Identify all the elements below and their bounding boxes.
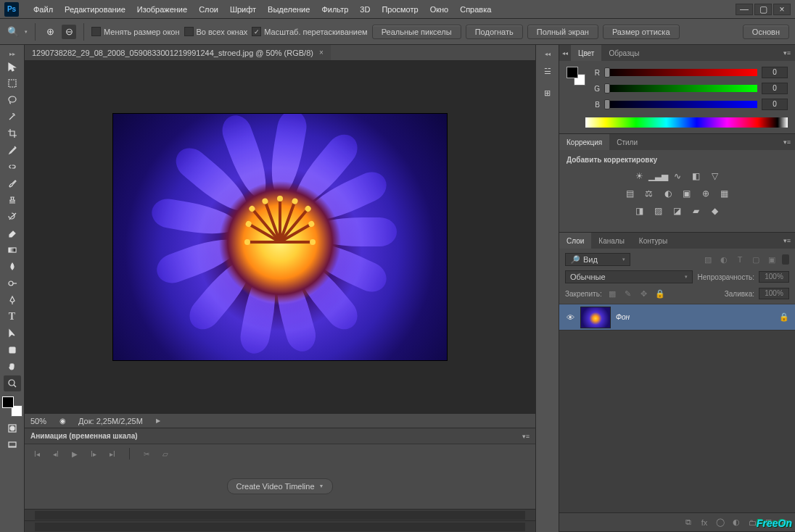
window-maximize[interactable]: ▢ [754, 4, 772, 15]
hue-icon[interactable]: ▤ [623, 187, 638, 200]
window-minimize[interactable]: — [736, 4, 753, 15]
selcolor-icon[interactable]: ◆ [708, 204, 722, 217]
panel-menu-icon[interactable]: ▾≡ [779, 138, 795, 146]
crop-tool[interactable] [4, 125, 21, 141]
menu-select[interactable]: Выделение [262, 5, 316, 14]
palette-expand-icon[interactable]: ▸▸ [0, 49, 24, 58]
color-spectrum[interactable] [585, 117, 788, 128]
photofilter-icon[interactable]: ▣ [680, 187, 694, 200]
eyedropper-tool[interactable] [4, 142, 21, 158]
layer-visibility-icon[interactable]: 👁 [565, 313, 575, 322]
blend-mode-dropdown[interactable]: Обычные▾ [565, 270, 693, 283]
panel-menu-icon[interactable]: ▾≡ [779, 49, 795, 57]
history-panel-icon[interactable]: ☱ [539, 62, 556, 80]
panel-collapse-icon[interactable]: ◂◂ [559, 50, 571, 57]
curves-icon[interactable]: ∿ [670, 170, 685, 183]
exposure-icon[interactable]: ◧ [689, 170, 704, 183]
properties-panel-icon[interactable]: ⊞ [539, 84, 556, 101]
screenmode-tool[interactable] [4, 437, 21, 453]
dock-expand-icon[interactable]: ◂◂ [536, 49, 559, 58]
layer-thumbnail[interactable] [581, 307, 610, 328]
timeline-cut-icon[interactable]: ✂ [140, 447, 153, 460]
color-tab[interactable]: Цвет [571, 45, 601, 61]
zoom-out-icon[interactable]: ⊖ [62, 25, 76, 39]
status-icon[interactable]: ◉ [55, 414, 70, 428]
threshold-icon[interactable]: ◪ [670, 204, 685, 217]
timeline-first-icon[interactable]: I◂ [30, 447, 44, 460]
resize-windows-checkbox[interactable]: Менять размер окон [91, 27, 180, 36]
menu-layers[interactable]: Слои [193, 5, 224, 14]
lock-paint-icon[interactable]: ✎ [622, 288, 634, 299]
menu-filter[interactable]: Фильтр [316, 5, 354, 14]
canvas[interactable] [25, 61, 535, 413]
quickmask-tool[interactable] [4, 420, 21, 436]
lasso-tool[interactable] [4, 92, 21, 108]
marquee-tool[interactable] [4, 75, 21, 91]
styles-tab[interactable]: Стили [609, 134, 645, 150]
lock-pos-icon[interactable]: ✥ [638, 288, 650, 299]
menu-edit[interactable]: Редактирование [59, 5, 131, 14]
fill-value[interactable]: 100% [759, 288, 789, 299]
shape-tool[interactable] [4, 342, 21, 358]
r-slider[interactable] [604, 69, 757, 76]
timeline-scrollbar[interactable] [25, 509, 535, 520]
layer-mask-icon[interactable]: ◯ [714, 516, 727, 529]
new-adjustment-icon[interactable]: ◐ [730, 516, 743, 529]
filter-pixel-icon[interactable]: ▧ [702, 254, 714, 265]
window-close[interactable]: × [773, 4, 791, 15]
lut-icon[interactable]: ▦ [717, 187, 732, 200]
workspace-button[interactable]: Основн [743, 25, 789, 39]
tool-preset-dropdown-icon[interactable]: ▾ [25, 29, 28, 35]
timeline-play-icon[interactable]: ▶ [68, 447, 81, 460]
paths-tab[interactable]: Контуры [632, 233, 675, 249]
zoom-in-icon[interactable]: ⊕ [43, 25, 57, 39]
path-select-tool[interactable] [4, 325, 21, 341]
filter-shape-icon[interactable]: ▢ [750, 254, 762, 265]
tab-close-icon[interactable]: × [319, 49, 324, 57]
channels-tab[interactable]: Каналы [591, 233, 632, 249]
all-windows-checkbox[interactable]: Во всех окнах [184, 27, 248, 36]
timeline-tab[interactable]: Анимация (временная шкала) [30, 432, 138, 440]
brush-tool[interactable] [4, 175, 21, 191]
actual-pixels-button[interactable]: Реальные пикселы [372, 25, 461, 39]
brightness-icon[interactable]: ☀ [633, 170, 647, 183]
timeline-next-icon[interactable]: I▸ [87, 447, 100, 460]
stamp-tool[interactable] [4, 192, 21, 208]
b-value[interactable]: 0 [762, 99, 788, 110]
panel-menu-icon[interactable]: ▾≡ [779, 237, 795, 244]
levels-icon[interactable]: ▁▃▅ [651, 170, 666, 183]
r-value[interactable]: 0 [762, 67, 788, 78]
heal-tool[interactable] [4, 159, 21, 175]
adjustments-tab[interactable]: Коррекция [559, 134, 609, 150]
full-screen-button[interactable]: Полный экран [527, 25, 598, 39]
eraser-tool[interactable] [4, 225, 21, 241]
status-menu-icon[interactable]: ▶ [156, 417, 160, 424]
vibrance-icon[interactable]: ▽ [708, 170, 722, 183]
swatches-tab[interactable]: Образцы [601, 45, 646, 61]
timeline-last-icon[interactable]: ▸I [106, 447, 119, 460]
print-size-button[interactable]: Размер оттиска [603, 25, 680, 39]
lock-trans-icon[interactable]: ▩ [606, 288, 618, 299]
create-timeline-button[interactable]: Create Video Timeline ▼ [227, 478, 334, 494]
layer-row[interactable]: 👁 Фон 🔒 [559, 304, 795, 331]
history-brush-tool[interactable] [4, 209, 21, 225]
filter-smart-icon[interactable]: ▣ [766, 254, 778, 265]
blackwhite-icon[interactable]: ◐ [661, 187, 675, 200]
zoom-value[interactable]: 50% [30, 417, 46, 425]
document-scrollbar[interactable] [25, 520, 535, 532]
fit-screen-button[interactable]: Подогнать [466, 25, 523, 39]
menu-view[interactable]: Просмотр [376, 5, 424, 14]
color-swatch-mini[interactable] [567, 67, 585, 86]
colorbalance-icon[interactable]: ⚖ [642, 187, 656, 200]
menu-file[interactable]: Файл [28, 5, 59, 14]
type-tool[interactable]: T [4, 309, 21, 325]
timeline-prev-icon[interactable]: ◂I [49, 447, 62, 460]
layer-fx-icon[interactable]: fx [698, 516, 711, 529]
g-slider[interactable] [604, 85, 757, 92]
panel-menu-icon[interactable]: ▾≡ [522, 433, 530, 440]
opacity-value[interactable]: 100% [759, 271, 789, 283]
zoom-tool[interactable] [4, 375, 21, 391]
g-value[interactable]: 0 [762, 83, 788, 94]
filter-adjust-icon[interactable]: ◐ [718, 254, 730, 265]
channelmixer-icon[interactable]: ⊕ [699, 187, 713, 200]
